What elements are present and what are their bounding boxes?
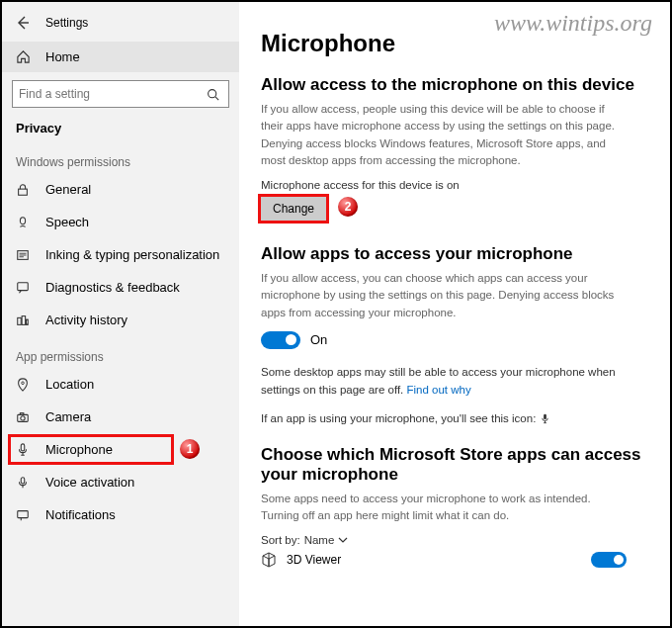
search-box[interactable] (12, 80, 229, 108)
app-toggle-3d-viewer[interactable] (591, 552, 627, 568)
section1-desc: If you allow access, people using this d… (261, 101, 627, 169)
svg-rect-5 (18, 317, 22, 324)
nav-label: Notifications (45, 507, 116, 522)
search-icon (207, 88, 222, 101)
home-label: Home (45, 49, 80, 64)
nav-label: Diagnostics & feedback (45, 280, 180, 295)
sidebar: Settings Home Privacy Windows permission… (2, 2, 239, 626)
feedback-icon (16, 281, 32, 295)
desktop-apps-note: Some desktop apps may still be able to a… (261, 363, 627, 400)
nav-location[interactable]: Location (2, 368, 239, 401)
main-content: Microphone Allow access to the microphon… (239, 2, 670, 626)
svg-rect-15 (544, 414, 546, 420)
nav-label: General (45, 182, 91, 197)
nav-activity[interactable]: Activity history (2, 304, 239, 336)
nav-inking[interactable]: Inking & typing personalization (2, 238, 239, 271)
svg-rect-14 (18, 510, 29, 517)
svg-rect-13 (21, 477, 25, 483)
sort-control[interactable]: Sort by: Name (261, 534, 648, 546)
svg-rect-12 (21, 443, 25, 450)
nav-notifications[interactable]: Notifications (2, 498, 239, 531)
camera-icon (16, 410, 32, 424)
section3-heading: Choose which Microsoft Store apps can ac… (261, 445, 648, 485)
nav-label: Microphone (45, 442, 113, 457)
microphone-icon (16, 443, 32, 457)
nav-diagnostics[interactable]: Diagnostics & feedback (2, 271, 239, 304)
group-windows-permissions: Windows permissions (2, 141, 239, 173)
back-button[interactable] (14, 14, 32, 32)
change-button[interactable]: Change (261, 197, 326, 221)
find-out-why-link[interactable]: Find out why (406, 384, 470, 396)
app-name: 3D Viewer (287, 553, 341, 567)
svg-point-10 (21, 415, 25, 419)
svg-rect-7 (27, 319, 29, 324)
voice-icon (16, 476, 32, 490)
search-input[interactable] (19, 87, 207, 101)
annotation-badge-1: 1 (180, 439, 200, 459)
nav-general[interactable]: General (2, 173, 239, 206)
nav-label: Voice activation (45, 475, 134, 490)
svg-point-2 (20, 217, 25, 224)
page-title: Microphone (261, 30, 648, 57)
microphone-status-icon (540, 412, 550, 425)
nav-label: Camera (45, 409, 91, 424)
nav-label: Speech (45, 215, 89, 229)
lock-icon (16, 183, 32, 197)
nav-voice-activation[interactable]: Voice activation (2, 466, 239, 498)
nav-camera[interactable]: Camera (2, 401, 239, 433)
settings-window: Settings Home Privacy Windows permission… (2, 2, 670, 626)
section3-desc: Some apps need to access your microphone… (261, 491, 627, 525)
svg-rect-4 (18, 282, 29, 290)
nav-label: Location (45, 377, 94, 392)
sort-value: Name (304, 534, 335, 546)
svg-rect-6 (22, 315, 26, 324)
group-app-permissions: App permissions (2, 336, 239, 368)
section2-heading: Allow apps to access your microphone (261, 244, 648, 264)
inking-icon (16, 248, 32, 262)
nav-label: Inking & typing personalization (45, 247, 219, 262)
window-title: Settings (45, 16, 88, 30)
home-nav[interactable]: Home (2, 42, 239, 72)
allow-apps-toggle[interactable] (261, 331, 300, 349)
svg-rect-11 (20, 412, 24, 414)
location-icon (16, 378, 32, 392)
svg-point-8 (22, 381, 25, 384)
nav-speech[interactable]: Speech (2, 206, 239, 238)
notifications-icon (16, 508, 32, 522)
arrow-left-icon (16, 16, 30, 30)
svg-point-0 (209, 89, 216, 97)
app-row-3d-viewer: 3D Viewer (261, 546, 627, 568)
speech-icon (16, 216, 32, 229)
3d-viewer-icon (261, 552, 277, 568)
section2-desc: If you allow access, you can choose whic… (261, 270, 627, 321)
nav-label: Activity history (45, 313, 127, 327)
nav-microphone[interactable]: Microphone 1 (2, 433, 239, 466)
mic-access-status: Microphone access for this device is on (261, 179, 648, 191)
mic-in-use-note: If an app is using your microphone, you'… (261, 409, 627, 427)
search-container (2, 72, 239, 114)
titlebar: Settings (2, 8, 239, 42)
sort-label: Sort by: (261, 534, 300, 546)
toggle-state: On (310, 332, 327, 347)
category-heading: Privacy (2, 114, 239, 141)
home-icon (16, 49, 32, 64)
section1-heading: Allow access to the microphone on this d… (261, 75, 648, 95)
svg-rect-1 (19, 189, 28, 195)
history-icon (16, 314, 32, 327)
chevron-down-icon (338, 535, 348, 545)
annotation-badge-2: 2 (338, 197, 358, 217)
